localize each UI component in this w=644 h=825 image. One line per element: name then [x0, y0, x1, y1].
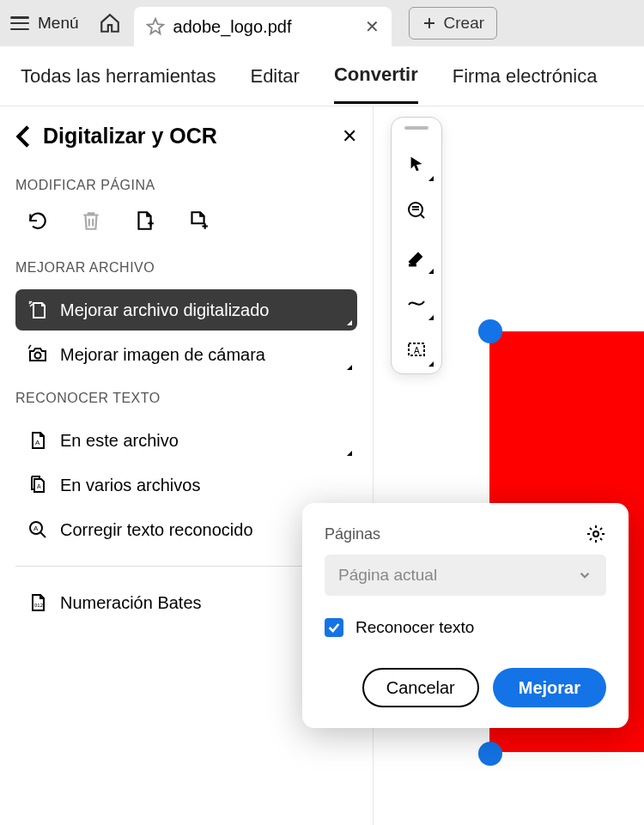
submenu-indicator [428, 269, 434, 274]
draw-tool[interactable] [401, 288, 432, 318]
selection-handle-bottom[interactable] [478, 742, 502, 766]
recognize-checkbox-label: Reconocer texto [355, 618, 474, 637]
delete-button[interactable] [77, 207, 105, 234]
submenu-indicator [347, 365, 352, 370]
highlighter-icon [406, 246, 427, 267]
panel-close-icon[interactable]: ✕ [342, 125, 357, 148]
create-button-label: Crear [444, 14, 485, 33]
camera-icon [27, 344, 48, 365]
floating-toolbar[interactable]: A [391, 117, 442, 374]
files-icon: A [27, 475, 48, 495]
enhance-camera-item[interactable]: Mejorar imagen de cámara [15, 334, 357, 375]
settings-button[interactable] [586, 524, 606, 544]
section-recognize-label: RECONOCER TEXTO [15, 391, 357, 406]
enhance-button[interactable]: Mejorar [493, 668, 606, 707]
submenu-indicator [347, 320, 352, 325]
submenu-indicator [428, 315, 434, 320]
comment-tool[interactable] [401, 195, 432, 226]
svg-text:A: A [414, 346, 420, 355]
comment-icon [406, 200, 427, 221]
bates-icon: 012 [27, 592, 48, 613]
submenu-indicator [347, 451, 352, 456]
panel-header: Digitalizar y OCR ✕ [15, 124, 357, 149]
gear-icon [586, 524, 606, 544]
check-icon [327, 621, 341, 634]
chevron-down-icon [577, 567, 592, 583]
recognize-this-file-label: En este archivo [60, 431, 179, 451]
magnify-text-icon: A [27, 519, 48, 540]
create-button[interactable]: Crear [409, 7, 498, 39]
enhance-scanned-label: Mejorar archivo digitalizado [60, 300, 269, 320]
recognize-checkbox[interactable] [325, 618, 343, 637]
section-enhance-label: MEJORAR ARCHIVO [15, 260, 357, 276]
popup-header: Páginas [325, 524, 606, 544]
svg-text:A: A [35, 439, 40, 446]
recognize-multiple-files-label: En varios archivos [60, 476, 200, 495]
enhance-popup: Páginas Página actual Reconocer texto Ca… [302, 503, 629, 728]
nav-tools[interactable]: Todas las herramientas [21, 50, 216, 103]
page-add-icon [186, 209, 209, 232]
svg-text:A: A [33, 525, 39, 532]
select-tool[interactable] [401, 149, 432, 179]
enhance-camera-label: Mejorar imagen de cámara [60, 345, 265, 365]
titlebar: Menú adobe_logo.pdf ✕ Crear [0, 0, 644, 46]
submenu-indicator [428, 176, 434, 181]
rotate-icon [27, 209, 49, 232]
main-nav: Todas las herramientas Editar Convertir … [0, 46, 644, 106]
add-page-button[interactable] [184, 207, 211, 234]
back-icon[interactable] [15, 124, 31, 149]
svg-text:A: A [37, 483, 41, 489]
rotate-button[interactable] [24, 207, 52, 234]
home-button[interactable] [94, 8, 125, 39]
correct-text-label: Corregir texto reconocido [60, 520, 253, 540]
selection-handle-top[interactable] [478, 319, 502, 343]
textbox-tool[interactable]: A [401, 334, 432, 365]
recognize-text-checkbox-row[interactable]: Reconocer texto [325, 618, 606, 637]
insert-page-button[interactable] [131, 207, 158, 234]
menu-label[interactable]: Menú [38, 14, 79, 33]
tab-close-icon[interactable]: ✕ [365, 16, 380, 37]
document-tab[interactable]: adobe_logo.pdf ✕ [134, 7, 392, 46]
pages-select[interactable]: Página actual [325, 555, 606, 596]
svg-text:012: 012 [34, 603, 44, 608]
nav-convert[interactable]: Convertir [334, 48, 418, 104]
popup-pages-label: Páginas [325, 525, 586, 543]
hamburger-icon[interactable] [10, 16, 29, 30]
toolbar-grip[interactable] [404, 126, 428, 130]
pages-select-value: Página actual [338, 566, 437, 585]
recognize-multiple-files-item[interactable]: A En varios archivos [15, 464, 357, 506]
cancel-button[interactable]: Cancelar [362, 668, 479, 707]
bates-label: Numeración Bates [60, 593, 202, 613]
workspace: Digitalizar y OCR ✕ MODIFICAR PÁGINA MEJ… [0, 106, 644, 825]
recognize-this-file-item[interactable]: A En este archivo [15, 420, 357, 461]
panel-title: Digitalizar y OCR [43, 124, 330, 149]
home-icon [99, 12, 121, 34]
textbox-icon: A [406, 339, 427, 360]
modify-icon-row [24, 207, 357, 234]
svg-point-0 [35, 353, 41, 359]
submenu-indicator [428, 361, 434, 367]
plus-icon [422, 15, 437, 31]
popup-actions: Cancelar Mejorar [325, 668, 606, 707]
enhance-scanned-item[interactable]: Mejorar archivo digitalizado [15, 289, 357, 331]
star-icon [146, 17, 165, 36]
section-modify-label: MODIFICAR PÁGINA [15, 178, 357, 193]
enhance-scanned-icon [27, 300, 48, 320]
draw-icon [406, 293, 427, 313]
page-insert-icon [133, 209, 155, 232]
nav-edit[interactable]: Editar [250, 50, 299, 103]
trash-icon [80, 209, 102, 232]
file-text-icon: A [27, 430, 48, 451]
tab-title: adobe_logo.pdf [173, 17, 356, 37]
cursor-icon [407, 155, 426, 173]
svg-point-9 [593, 531, 598, 537]
nav-sign[interactable]: Firma electrónica [453, 50, 598, 103]
highlight-tool[interactable] [401, 241, 432, 272]
